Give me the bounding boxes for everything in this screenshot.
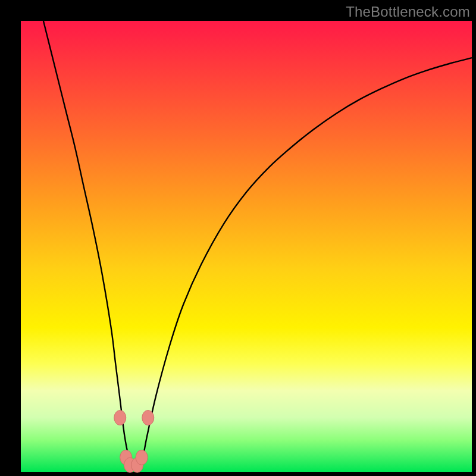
trough-marker xyxy=(114,411,126,425)
chart-svg xyxy=(21,21,472,472)
trough-marker xyxy=(136,450,148,465)
trough-marker xyxy=(142,411,154,425)
trough-markers xyxy=(114,411,154,473)
plot-area xyxy=(21,21,472,472)
watermark-text: TheBottleneck.com xyxy=(346,4,470,20)
bottleneck-curve-path xyxy=(43,21,472,471)
chart-frame: TheBottleneck.com xyxy=(0,0,476,476)
